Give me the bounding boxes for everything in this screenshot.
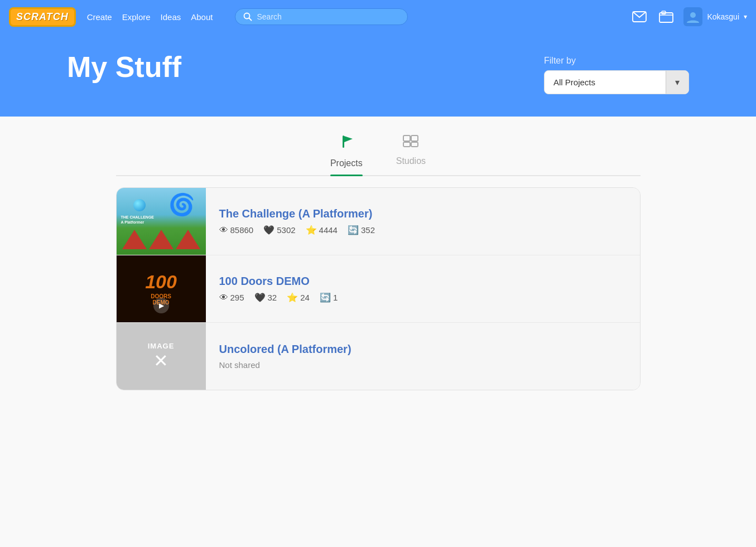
svg-rect-8 [403, 135, 410, 141]
tab-projects[interactable]: Projects [330, 133, 363, 175]
stat-remixes: 🔄 1 [320, 292, 338, 303]
stat-views: 👁 85860 [219, 225, 254, 235]
project-title-3[interactable]: Uncolored (A Platformer) [219, 343, 627, 356]
svg-rect-3 [659, 13, 673, 22]
loves-count: 5302 [277, 225, 295, 235]
table-row: 🌀 THE CHALLENGEA Platformer The Challeng… [117, 188, 640, 255]
thumb-3-x-icon: ✕ [153, 350, 168, 371]
svg-rect-10 [403, 142, 410, 147]
stat-favorites: ⭐ 24 [287, 292, 310, 303]
love-icon: 🖤 [263, 225, 275, 235]
thumb-ball [133, 199, 146, 211]
project-list: 🌀 THE CHALLENGEA Platformer The Challeng… [116, 187, 641, 390]
stat-views: 👁 295 [219, 293, 244, 303]
star-icon: ⭐ [287, 292, 298, 303]
remix-icon: 🔄 [320, 292, 331, 303]
tab-studios-label: Studios [396, 156, 426, 166]
nav-explore[interactable]: Explore [122, 12, 151, 22]
filter-section: Filter by All Projects Shared Projects U… [544, 56, 689, 94]
filter-select[interactable]: All Projects Shared Projects Unshared Pr… [545, 71, 666, 94]
thumb-2-play-icon[interactable] [153, 298, 169, 313]
star-icon: ⭐ [306, 225, 317, 235]
remixes-count: 352 [361, 225, 375, 235]
loves-count: 32 [268, 293, 277, 302]
stat-loves: 🖤 5302 [263, 225, 295, 235]
stat-remixes: 🔄 352 [348, 225, 375, 235]
nav-right: Kokasgui ▾ [630, 7, 747, 26]
svg-line-1 [249, 18, 252, 21]
page-title: My Stuff [67, 50, 181, 84]
svg-rect-11 [411, 142, 418, 147]
project-stats-1: 👁 85860 🖤 5302 ⭐ 4444 🔄 352 [219, 225, 627, 235]
remix-icon: 🔄 [348, 225, 359, 235]
thumb-2-number: 100 [145, 272, 177, 291]
project-info-2: 100 Doors DEMO 👁 295 🖤 32 ⭐ 24 [206, 266, 640, 312]
filter-dropdown-button[interactable]: ▾ [666, 71, 688, 94]
project-title-2[interactable]: 100 Doors DEMO [219, 275, 627, 288]
user-menu[interactable]: Kokasgui ▾ [683, 7, 747, 26]
chevron-down-icon: ▾ [744, 13, 747, 21]
tabs: Projects Studios [116, 133, 641, 176]
scratch-logo[interactable]: SCRATCH [9, 7, 76, 27]
stat-favorites: ⭐ 4444 [306, 225, 338, 235]
project-stats-2: 👁 295 🖤 32 ⭐ 24 🔄 1 [219, 292, 627, 303]
navbar: SCRATCH Create Explore Ideas About [0, 0, 756, 33]
svg-rect-7 [343, 135, 344, 148]
favorites-count: 4444 [319, 225, 338, 235]
nav-links: Create Explore Ideas About [87, 12, 213, 22]
username-label: Kokasgui [707, 12, 739, 21]
nav-create[interactable]: Create [87, 12, 112, 22]
nav-about[interactable]: About [191, 12, 213, 22]
tab-projects-label: Projects [330, 158, 363, 168]
love-icon: 🖤 [254, 292, 266, 303]
thumb-text: THE CHALLENGEA Platformer [121, 215, 155, 225]
main-content: Projects Studios 🌀 [105, 133, 652, 413]
stat-loves: 🖤 32 [254, 292, 277, 303]
my-stuff-icon[interactable] [657, 7, 676, 26]
filter-label: Filter by [544, 56, 689, 66]
tab-studios[interactable]: Studios [396, 133, 426, 175]
thumb-3-image-label: IMAGE [148, 342, 175, 350]
project-thumbnail-2[interactable]: 100 DOORSDEMO [117, 255, 206, 322]
table-row: 100 DOORSDEMO 100 Doors DEMO 👁 295 🖤 32 [117, 255, 640, 323]
project-info-3: Uncolored (A Platformer) Not shared [206, 334, 640, 379]
avatar [683, 7, 702, 26]
svg-rect-9 [411, 135, 418, 141]
table-row: IMAGE ✕ Uncolored (A Platformer) Not sha… [117, 323, 640, 390]
search-icon [243, 12, 252, 21]
views-icon: 👁 [219, 225, 228, 235]
remixes-count: 1 [333, 293, 338, 302]
favorites-count: 24 [300, 293, 310, 302]
views-count: 85860 [230, 225, 254, 235]
project-title-1[interactable]: The Challenge (A Platformer) [219, 207, 627, 220]
search-input[interactable] [257, 12, 399, 21]
project-thumbnail-1[interactable]: 🌀 THE CHALLENGEA Platformer [117, 188, 206, 255]
thumb-spiral: 🌀 [168, 192, 195, 217]
projects-flag-icon [338, 133, 355, 154]
views-count: 295 [230, 293, 244, 302]
search-bar [235, 8, 408, 25]
hero-section: My Stuff Filter by All Projects Shared P… [0, 33, 756, 117]
not-shared-label: Not shared [219, 360, 627, 370]
project-thumbnail-3[interactable]: IMAGE ✕ [117, 323, 206, 390]
studios-icon [402, 133, 419, 152]
project-info-1: The Challenge (A Platformer) 👁 85860 🖤 5… [206, 199, 640, 244]
views-icon: 👁 [219, 293, 228, 303]
svg-point-6 [690, 12, 696, 18]
thumb-mountains [117, 230, 206, 249]
messages-icon[interactable] [630, 7, 649, 26]
filter-dropdown[interactable]: All Projects Shared Projects Unshared Pr… [544, 70, 689, 94]
nav-ideas[interactable]: Ideas [161, 12, 181, 22]
